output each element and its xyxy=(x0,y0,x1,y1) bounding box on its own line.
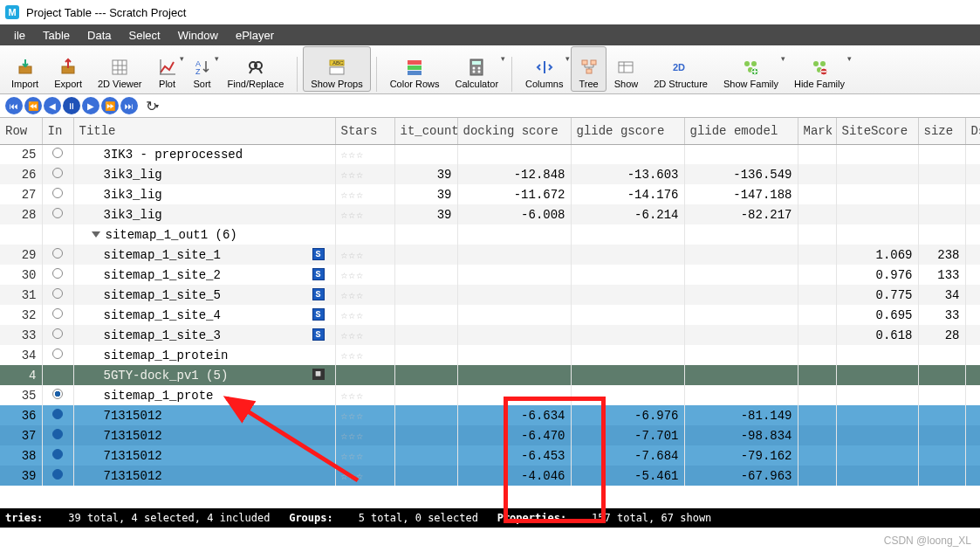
stars-cell[interactable] xyxy=(335,224,394,245)
table-row[interactable]: 3671315012☆☆☆-6.634-6.976-81.149 xyxy=(0,405,980,425)
table-row[interactable]: 30sitemap_1_site_2S☆☆☆0.9761331.0 xyxy=(0,265,980,285)
stars-cell[interactable]: ☆☆☆ xyxy=(335,425,394,445)
col-mark[interactable]: Mark xyxy=(798,118,836,144)
stars-cell[interactable]: ☆☆☆ xyxy=(335,285,394,305)
pause-button[interactable]: ⏸ xyxy=(63,97,80,114)
stars-cell[interactable]: ☆☆☆ xyxy=(335,345,394,365)
menu-eplayer[interactable]: ePlayer xyxy=(227,29,283,42)
title-cell[interactable]: 3IK3 - preprocessed xyxy=(73,144,335,164)
in-cell[interactable] xyxy=(42,425,73,445)
table-row[interactable]: 35sitemap_1_prote☆☆☆ xyxy=(0,385,980,405)
col-dsco[interactable]: Dsco xyxy=(965,118,980,144)
col-docking-score[interactable]: docking score xyxy=(457,118,571,144)
table-row[interactable]: 31sitemap_1_site_5S☆☆☆0.775340.8 xyxy=(0,285,980,305)
table-row[interactable]: 34sitemap_1_protein☆☆☆ xyxy=(0,345,980,365)
stars-cell[interactable]: ☆☆☆ xyxy=(335,144,394,164)
toolbar-calculator[interactable]: Calculator▾ xyxy=(448,46,507,92)
title-cell[interactable]: 5GTY-dock_pv1 (5)▦ xyxy=(73,365,335,385)
title-cell[interactable]: 3ik3_lig xyxy=(73,184,335,204)
toolbar-import[interactable]: Import xyxy=(3,46,46,92)
stars-cell[interactable]: ☆☆☆ xyxy=(335,164,394,184)
col-title[interactable]: Title xyxy=(73,118,335,144)
col-glide-gscore[interactable]: glide gscore xyxy=(571,118,684,144)
refresh-button[interactable]: ↻▾ xyxy=(143,97,161,114)
first-button[interactable]: ⏮ xyxy=(5,97,23,114)
stars-cell[interactable]: ☆☆☆ xyxy=(335,466,394,486)
title-cell[interactable]: 3ik3_lig xyxy=(73,164,335,184)
toolbar-tree[interactable]: Tree xyxy=(571,46,606,92)
table-row[interactable]: 45GTY-dock_pv1 (5)▦ xyxy=(0,365,980,385)
toolbar-columns[interactable]: Columns▾ xyxy=(517,46,571,92)
in-cell[interactable] xyxy=(42,204,73,224)
table-row[interactable]: 33sitemap_1_site_3S☆☆☆0.618280.5 xyxy=(0,325,980,345)
toolbar-2d-structure[interactable]: 2D2D Structure xyxy=(646,46,716,92)
toolbar-plot[interactable]: Plot▾ xyxy=(150,46,185,92)
toolbar-sort[interactable]: AZSort▾ xyxy=(185,46,220,92)
col-glide-emodel[interactable]: glide emodel xyxy=(684,118,798,144)
table-row[interactable]: 263ik3_lig☆☆☆39-12.848-13.603-136.549 xyxy=(0,164,980,184)
title-cell[interactable]: 71315012 xyxy=(73,405,335,425)
in-cell[interactable] xyxy=(42,184,73,204)
table-row[interactable]: 253IK3 - preprocessed☆☆☆ xyxy=(0,144,980,164)
title-cell[interactable]: sitemap_1_site_5S xyxy=(73,285,335,305)
title-cell[interactable]: 71315012 xyxy=(73,466,335,486)
table-row[interactable]: 273ik3_lig☆☆☆39-11.672-14.176-147.188 xyxy=(0,184,980,204)
title-cell[interactable]: sitemap_1_site_2S xyxy=(73,265,335,285)
title-cell[interactable]: sitemap_1_out1 (6) xyxy=(73,224,335,245)
menu-window[interactable]: Window xyxy=(169,29,227,42)
prev-button[interactable]: ◀ xyxy=(44,97,61,114)
toolbar-color-rows[interactable]: Color Rows xyxy=(382,46,448,92)
in-cell[interactable] xyxy=(42,144,73,164)
in-cell[interactable] xyxy=(42,285,73,305)
toolbar-show-props[interactable]: ABCShow Props xyxy=(303,46,370,92)
disclosure-icon[interactable] xyxy=(92,231,100,238)
col-sitescore[interactable]: SiteScore xyxy=(836,118,918,144)
toolbar-show[interactable]: Show xyxy=(607,46,647,92)
title-cell[interactable]: 71315012 xyxy=(73,445,335,466)
title-cell[interactable]: sitemap_1_protein xyxy=(73,345,335,365)
toolbar-export[interactable]: Export xyxy=(46,46,90,92)
menu-ile[interactable]: ile xyxy=(5,29,34,42)
menu-select[interactable]: Select xyxy=(120,29,169,42)
in-cell[interactable] xyxy=(42,265,73,285)
toolbar-find-replace[interactable]: Find/Replace xyxy=(220,46,292,92)
in-cell[interactable] xyxy=(42,365,73,385)
next-button[interactable]: ▶ xyxy=(82,97,99,114)
in-cell[interactable] xyxy=(42,325,73,345)
rewind-button[interactable]: ⏪ xyxy=(24,97,42,114)
in-cell[interactable] xyxy=(42,445,73,466)
stars-cell[interactable]: ☆☆☆ xyxy=(335,325,394,345)
table-row[interactable]: 283ik3_lig☆☆☆39-6.008-6.214-82.217 xyxy=(0,204,980,224)
col-size[interactable]: size xyxy=(918,118,965,144)
stars-cell[interactable]: ☆☆☆ xyxy=(335,305,394,325)
title-cell[interactable]: 3ik3_lig xyxy=(73,204,335,224)
title-cell[interactable]: sitemap_1_prote xyxy=(73,385,335,405)
stars-cell[interactable]: ☆☆☆ xyxy=(335,405,394,425)
in-cell[interactable] xyxy=(42,385,73,405)
title-cell[interactable]: 71315012 xyxy=(73,425,335,445)
stars-cell[interactable]: ☆☆☆ xyxy=(335,204,394,224)
col-stars[interactable]: Stars xyxy=(335,118,394,144)
title-cell[interactable]: sitemap_1_site_3S xyxy=(73,325,335,345)
table-row[interactable]: 3771315012☆☆☆-6.470-7.701-98.834 xyxy=(0,425,980,445)
toolbar-2d-viewer[interactable]: 2D Viewer xyxy=(90,46,150,92)
forward-button[interactable]: ⏩ xyxy=(101,97,119,114)
col-row[interactable]: Row xyxy=(0,118,42,144)
stars-cell[interactable]: ☆☆☆ xyxy=(335,385,394,405)
last-button[interactable]: ⏭ xyxy=(120,97,138,114)
title-cell[interactable]: sitemap_1_site_4S xyxy=(73,305,335,325)
in-cell[interactable] xyxy=(42,466,73,486)
table-row[interactable]: 3971315012☆☆☆-4.046-5.461-67.963 xyxy=(0,466,980,486)
table-row[interactable]: 3871315012☆☆☆-6.453-7.684-79.162 xyxy=(0,445,980,466)
in-cell[interactable] xyxy=(42,245,73,265)
stars-cell[interactable]: ☆☆☆ xyxy=(335,445,394,466)
project-table[interactable]: RowInTitleStarsit_countdocking scoreglid… xyxy=(0,117,980,528)
in-cell[interactable] xyxy=(42,224,73,245)
in-cell[interactable] xyxy=(42,164,73,184)
menu-table[interactable]: Table xyxy=(34,29,79,42)
table-row[interactable]: sitemap_1_out1 (6) xyxy=(0,224,980,245)
stars-cell[interactable] xyxy=(335,365,394,385)
col-in[interactable]: In xyxy=(42,118,73,144)
toolbar-hide-family[interactable]: Hide Family▾ xyxy=(786,46,853,92)
stars-cell[interactable]: ☆☆☆ xyxy=(335,265,394,285)
